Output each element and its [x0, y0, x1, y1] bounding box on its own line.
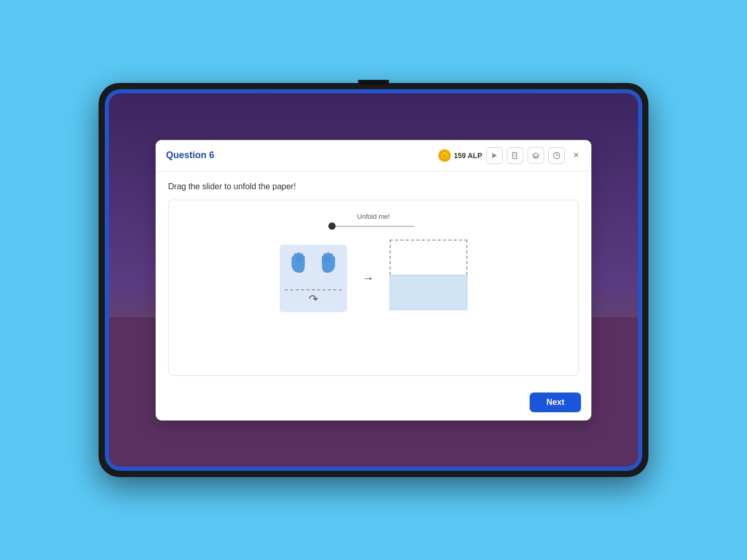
coin-icon: $ — [438, 149, 451, 162]
graduation-icon — [532, 152, 540, 159]
alp-amount: 159 ALP — [454, 151, 482, 160]
right-hand-icon — [315, 252, 338, 275]
tablet: Question 6 $ 159 ALP — [99, 83, 648, 477]
right-arrow: → — [363, 272, 374, 285]
modal-overlay: Question 6 $ 159 ALP — [109, 93, 638, 467]
next-button[interactable]: Next — [530, 393, 581, 412]
header-right-section: $ 159 ALP — [438, 147, 581, 164]
unfolding-paper-box — [390, 240, 467, 317]
slider-container[interactable] — [332, 226, 415, 227]
modal-footer: Next — [156, 386, 591, 421]
document-button[interactable] — [507, 147, 523, 164]
tablet-inner-frame: Question 6 $ 159 ALP — [105, 89, 642, 471]
tablet-camera — [358, 80, 389, 85]
slider-thumb[interactable] — [328, 222, 336, 230]
graduation-button[interactable] — [528, 147, 544, 164]
svg-text:$: $ — [444, 153, 446, 158]
close-button[interactable]: × — [571, 148, 581, 163]
slider-track — [332, 226, 415, 227]
solid-paper-bottom — [390, 275, 467, 310]
fold-arrow: ↷ — [309, 292, 318, 306]
question-modal: Question 6 $ 159 ALP — [156, 140, 591, 421]
play-button[interactable] — [486, 147, 503, 164]
paper-diagram: ↷ → — [280, 240, 467, 317]
fold-line — [285, 289, 342, 290]
content-area: Unfold me! — [168, 200, 579, 376]
modal-title: Question 6 — [166, 150, 214, 161]
modal-header: Question 6 $ 159 ALP — [156, 140, 591, 172]
tablet-screen: Question 6 $ 159 ALP — [109, 93, 638, 467]
close-icon: × — [573, 150, 579, 160]
folded-paper-box: ↷ — [280, 245, 347, 312]
instruction-text: Drag the slider to unfold the paper! — [168, 182, 579, 191]
dashed-paper-top — [390, 240, 467, 275]
play-icon — [491, 152, 497, 159]
clock-icon — [553, 152, 560, 159]
alp-badge: $ 159 ALP — [438, 149, 482, 162]
left-hand-icon — [288, 252, 311, 275]
clock-button[interactable] — [548, 147, 565, 164]
unfold-label: Unfold me! — [357, 213, 390, 220]
document-icon — [512, 152, 518, 159]
svg-rect-4 — [513, 152, 517, 159]
hands-area — [288, 252, 338, 275]
coin-svg: $ — [440, 151, 449, 160]
modal-body: Drag the slider to unfold the paper! Unf… — [156, 172, 591, 386]
svg-marker-3 — [492, 153, 497, 158]
